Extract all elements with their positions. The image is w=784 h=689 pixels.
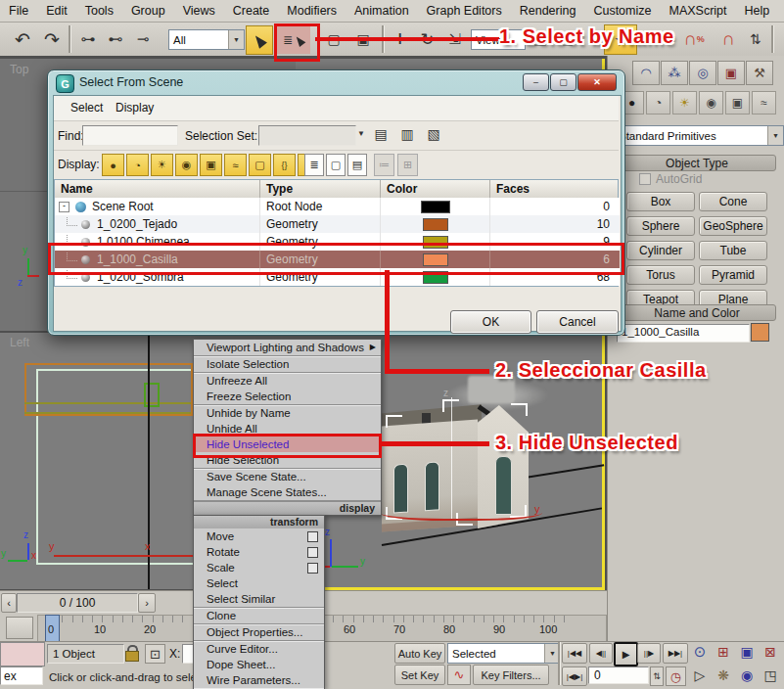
menu-file[interactable]: File (0, 4, 37, 18)
tree-expand-icon[interactable]: - (59, 202, 69, 212)
close-icon[interactable]: ✕ (577, 73, 617, 91)
go-to-start-button[interactable]: |◀◀ (562, 643, 587, 664)
category-spacewarps-button[interactable]: ≈ (752, 91, 776, 115)
menu-graph-editors[interactable]: Graph Editors (418, 4, 511, 18)
key-mode-toggle-button[interactable]: |◀▶| (562, 666, 587, 686)
tab-motion[interactable]: ◎ (689, 61, 716, 85)
unlink-selection-icon[interactable]: ⊷ (104, 26, 127, 52)
chevron-down-icon[interactable]: ▼ (228, 30, 244, 49)
menu-modifiers[interactable]: Modifiers (278, 4, 346, 18)
zoom-extents-all-icon[interactable]: ⊠ (760, 642, 781, 662)
field-of-view-icon[interactable]: ▷ (689, 666, 711, 685)
primitive-cone-button[interactable]: Cone (699, 192, 767, 211)
time-config-icon[interactable]: ◷ (666, 666, 686, 686)
create-selection-set-icon[interactable]: ▤ (369, 123, 392, 145)
maxscript-listener-field[interactable]: ex (0, 666, 43, 685)
primitive-pyramid-button[interactable]: Pyramid (699, 265, 767, 285)
menu-rendering[interactable]: Rendering (511, 4, 585, 18)
category-lights-button[interactable]: ☀ (672, 91, 697, 115)
previous-frame-button[interactable]: ◀|| (589, 643, 613, 664)
maximize-button[interactable]: ▢ (550, 73, 576, 91)
display-none-icon[interactable]: ▢ (326, 154, 346, 176)
menu-item-select[interactable]: Select (194, 575, 324, 591)
primitive-sphere-button[interactable]: Sphere (626, 216, 695, 236)
find-input[interactable] (82, 125, 178, 146)
tab-modify[interactable]: ◠ (632, 61, 660, 85)
menu-item-wire-parameters[interactable]: Wire Parameters... (194, 672, 324, 688)
set-key-button[interactable]: Set Key (394, 665, 445, 685)
table-row[interactable]: - Scene Root Root Node 0 (55, 198, 620, 215)
color-swatch[interactable] (421, 201, 450, 213)
category-helpers-button[interactable]: ▣ (725, 91, 750, 115)
dialog-menu-display[interactable]: Display (115, 101, 154, 115)
subtract-from-set-icon[interactable]: ▧ (422, 123, 445, 145)
menu-item-freeze-selection[interactable]: Freeze Selection (194, 389, 381, 404)
object-color-swatch[interactable] (751, 323, 769, 342)
primitive-tube-button[interactable]: Tube (699, 241, 767, 260)
macro-recorder-field[interactable] (0, 642, 45, 666)
menu-tools[interactable]: Tools (76, 4, 122, 18)
primitive-box-button[interactable]: Box (626, 192, 695, 211)
selection-set-dropdown[interactable] (258, 125, 356, 146)
selection-lock-icon[interactable] (124, 645, 138, 660)
display-all-icon[interactable]: ≣ (304, 154, 324, 176)
selection-filter-dropdown[interactable]: All ▼ (168, 29, 245, 50)
filter-lights-icon[interactable]: ☀ (151, 154, 173, 176)
frame-spinner[interactable]: ⇅ (650, 666, 664, 686)
filter-xrefs-icon[interactable]: {} (273, 154, 296, 176)
dialog-menu-select[interactable]: Select (70, 101, 103, 115)
autogrid-checkbox[interactable] (639, 173, 651, 185)
filter-spacewarps-icon[interactable]: ≈ (224, 154, 247, 176)
filter-geometry-icon[interactable]: ● (102, 154, 124, 176)
filter-helpers-icon[interactable]: ▣ (200, 154, 222, 176)
zoom-extents-icon[interactable]: ▣ (736, 642, 758, 662)
play-button[interactable]: ▶ (614, 642, 638, 666)
maximize-viewport-icon[interactable]: ◳ (760, 666, 781, 685)
table-row[interactable]: 1_0200_Tejado Geometry 10 (55, 215, 620, 233)
filter-groups-icon[interactable]: ▢ (249, 154, 271, 176)
settings-box-icon[interactable] (307, 531, 318, 542)
bind-to-spacewarp-icon[interactable]: ⊸ (131, 26, 155, 52)
menu-maxscript[interactable]: MAXScript (660, 4, 735, 18)
tab-hierarchy[interactable]: ⁂ (661, 61, 688, 85)
primitive-geosphere-button[interactable]: GeoSphere (699, 216, 767, 236)
menu-item-unfreeze-all[interactable]: Unfreeze All (194, 373, 381, 389)
primitive-cylinder-button[interactable]: Cylinder (626, 241, 695, 260)
primitive-category-dropdown[interactable]: Standard Primitives ▼ (614, 125, 784, 146)
select-object-button[interactable] (246, 25, 273, 55)
expand-tree-icon[interactable]: ⊞ (397, 154, 418, 176)
coord-center-icon[interactable]: ⊡ (145, 644, 165, 664)
menu-create[interactable]: Create (224, 4, 279, 18)
percent-snap-icon[interactable]: ∩% (679, 25, 709, 53)
menu-item-select-similar[interactable]: Select Similar (194, 591, 324, 607)
chevron-down-icon[interactable]: ▼ (357, 129, 365, 138)
column-header-color[interactable]: Color (381, 180, 490, 198)
column-header-faces[interactable]: Faces (490, 180, 618, 198)
redo-icon[interactable]: ↷ (39, 26, 65, 52)
menu-help[interactable]: Help (736, 4, 779, 18)
prev-frame-button[interactable]: ‹ (1, 593, 17, 613)
go-to-end-button[interactable]: ▶▶| (663, 643, 688, 664)
mini-curve-editor-icon[interactable] (6, 617, 33, 639)
angle-snap-icon[interactable]: ∩ (715, 25, 742, 53)
menu-item-curve-editor[interactable]: Curve Editor... (194, 641, 324, 657)
ok-button[interactable]: OK (450, 310, 531, 334)
settings-box-icon[interactable] (307, 563, 318, 574)
menu-item-clone[interactable]: Clone (194, 608, 324, 623)
tab-display[interactable]: ▣ (717, 61, 745, 85)
column-header-name[interactable]: Name (55, 180, 260, 198)
menu-views[interactable]: Views (174, 4, 224, 18)
zoom-icon[interactable]: ⊙ (689, 642, 711, 662)
settings-box-icon[interactable] (307, 547, 318, 558)
cancel-button[interactable]: Cancel (536, 310, 619, 334)
menu-edit[interactable]: Edit (37, 4, 76, 18)
tab-utilities[interactable]: ⚒ (746, 61, 773, 85)
filter-cameras-icon[interactable]: ◉ (175, 154, 198, 176)
menu-group[interactable]: Group (122, 4, 174, 18)
auto-key-button[interactable]: Auto Key (394, 643, 445, 664)
menu-item-rotate[interactable]: Rotate (194, 544, 324, 560)
category-cameras-button[interactable]: ◉ (699, 91, 723, 115)
add-to-set-icon[interactable]: ▥ (395, 123, 419, 145)
menu-item-object-properties[interactable]: Object Properties... (194, 624, 324, 640)
hierarchy-list-icon[interactable]: ≔ (374, 154, 394, 176)
